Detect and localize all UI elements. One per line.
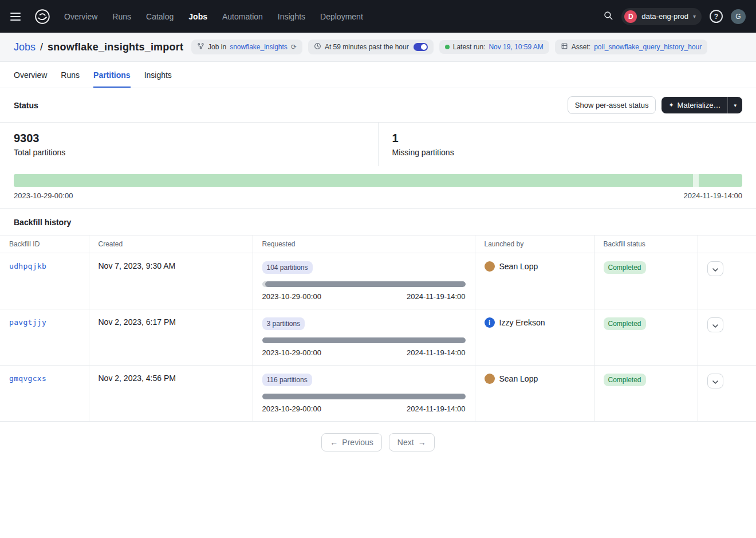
col-actions <box>698 235 756 253</box>
latest-run-link[interactable]: Nov 19, 10:59 AM <box>489 43 543 51</box>
partition-health: 2023-10-29-00:00 2024-11-19-14:00 <box>0 166 756 208</box>
nav-item-jobs[interactable]: Jobs <box>188 12 207 21</box>
status-badge: Completed <box>604 374 646 386</box>
user-avatar <box>485 261 495 272</box>
asset-tag: Asset: poll_snowflake_query_history_hour <box>555 40 707 54</box>
backfill-range-end: 2024-11-19-14:00 <box>407 405 465 413</box>
deployment-switcher[interactable]: D data-eng-prod ▾ <box>621 8 702 25</box>
search-button[interactable] <box>603 10 613 22</box>
job-location-tag: Job in snowflake_insights ⟳ <box>191 40 302 54</box>
backfill-range: 2023-10-29-00:00 2024-11-19-14:00 <box>262 292 466 301</box>
backfill-history-section: Backfill history Backfill ID Created Req… <box>0 208 756 451</box>
nav-item-deployment[interactable]: Deployment <box>320 12 363 21</box>
user-avatar: i <box>485 317 495 328</box>
header-tags: Job in snowflake_insights ⟳ At 59 minute… <box>191 40 707 54</box>
nav-item-insights[interactable]: Insights <box>278 12 305 21</box>
previous-label: Previous <box>342 438 373 447</box>
tab-overview[interactable]: Overview <box>14 62 47 88</box>
job-in-label: Job in <box>208 43 226 51</box>
tab-insights[interactable]: Insights <box>144 62 172 88</box>
backfill-range-end: 2024-11-19-14:00 <box>407 348 465 357</box>
col-launched-by: Launched by <box>475 235 594 253</box>
launched-by-cell: i Izzy Erekson <box>485 317 585 328</box>
materialize-label: Materialize… <box>678 101 721 109</box>
created-timestamp: Nov 2, 2023, 4:56 PM <box>99 374 176 383</box>
page-title: snowflake_insights_import <box>48 41 183 53</box>
table-row: udhpqjkb Nov 7, 2023, 9:30 AM 104 partit… <box>0 253 756 309</box>
pagination: ← Previous Next → <box>0 433 756 451</box>
deployment-name: data-eng-prod <box>641 12 688 21</box>
nav-item-catalog[interactable]: Catalog <box>146 12 174 21</box>
missing-partition-slice <box>693 174 699 187</box>
materialize-split-button: ✦ Materialize… ▾ <box>662 97 742 113</box>
launched-by-name: Izzy Erekson <box>499 318 545 327</box>
arrow-left-icon: ← <box>330 438 338 447</box>
missing-partitions-label: Missing partitions <box>392 148 743 157</box>
breadcrumb-jobs-link[interactable]: Jobs <box>14 41 36 53</box>
range-start-label: 2023-10-29-00:00 <box>14 191 73 200</box>
created-timestamp: Nov 2, 2023, 6:17 PM <box>99 317 176 327</box>
arrow-right-icon: → <box>418 438 426 447</box>
hamburger-menu-button[interactable] <box>10 9 25 24</box>
schedule-label: At 59 minutes past the hour <box>325 43 409 51</box>
reload-icon[interactable]: ⟳ <box>291 43 297 51</box>
user-avatar <box>485 374 495 384</box>
show-per-asset-status-button[interactable]: Show per-asset status <box>568 96 656 114</box>
col-created: Created <box>89 235 253 253</box>
status-badge: Completed <box>604 317 646 330</box>
backfill-progress-bar <box>262 281 466 287</box>
nav-item-runs[interactable]: Runs <box>112 12 131 21</box>
chevron-down-icon: ▾ <box>693 13 696 19</box>
backfill-range-end: 2024-11-19-14:00 <box>407 292 465 301</box>
previous-page-button[interactable]: ← Previous <box>321 433 381 451</box>
launched-by-name: Sean Lopp <box>499 262 538 271</box>
schedule-toggle[interactable] <box>414 43 428 51</box>
materialize-button[interactable]: ✦ Materialize… <box>662 97 727 113</box>
asset-label: Asset: <box>572 43 590 51</box>
user-avatar[interactable]: G <box>731 9 746 24</box>
requested-partitions-badge: 3 partitions <box>262 317 305 330</box>
asset-link[interactable]: poll_snowflake_query_history_hour <box>594 43 702 51</box>
chevron-down-icon <box>712 265 718 273</box>
backfill-progress-bar <box>262 337 466 343</box>
materialize-options-button[interactable]: ▾ <box>727 97 742 113</box>
backfill-id-link[interactable]: udhpqjkb <box>9 262 46 270</box>
col-backfill-status: Backfill status <box>594 235 698 253</box>
backfill-id-link[interactable]: gmqvgcxs <box>9 374 46 383</box>
backfill-id-link[interactable]: pavgtjjy <box>9 318 46 327</box>
requested-partitions-badge: 116 partitions <box>262 374 312 386</box>
launched-by-cell: Sean Lopp <box>485 261 585 272</box>
status-section-header: Status Show per-asset status ✦ Materiali… <box>0 88 756 123</box>
help-button[interactable]: ? <box>710 10 723 23</box>
tab-partitions[interactable]: Partitions <box>93 62 131 88</box>
partition-health-bar[interactable] <box>14 174 742 187</box>
status-title: Status <box>14 101 38 110</box>
backfill-range-start: 2023-10-29-00:00 <box>262 348 321 357</box>
top-navigation: Overview Runs Catalog Jobs Automation In… <box>0 0 756 33</box>
chevron-down-icon <box>712 321 718 329</box>
backfill-progress-fill <box>265 281 466 287</box>
requested-partitions-badge: 104 partitions <box>262 261 313 274</box>
launched-by-name: Sean Lopp <box>499 374 538 383</box>
partition-range-labels: 2023-10-29-00:00 2024-11-19-14:00 <box>14 191 742 200</box>
backfill-range: 2023-10-29-00:00 2024-11-19-14:00 <box>262 348 466 357</box>
status-actions: Show per-asset status ✦ Materialize… ▾ <box>568 96 742 114</box>
dagster-logo-icon <box>33 7 52 26</box>
nav-item-automation[interactable]: Automation <box>222 12 263 21</box>
schedule-tag: At 59 minutes past the hour <box>308 40 434 54</box>
partition-stats: 9303 Total partitions 1 Missing partitio… <box>0 123 756 166</box>
code-location-link[interactable]: snowflake_insights <box>230 43 288 51</box>
nav-item-overview[interactable]: Overview <box>64 12 97 21</box>
missing-partitions-stat: 1 Missing partitions <box>379 123 756 166</box>
row-actions-button[interactable] <box>707 317 723 332</box>
next-page-button[interactable]: Next → <box>389 433 435 451</box>
next-label: Next <box>397 438 414 447</box>
table-row: gmqvgcxs Nov 2, 2023, 4:56 PM 116 partit… <box>0 366 756 422</box>
breadcrumb: Jobs / snowflake_insights_import <box>14 41 183 53</box>
tab-runs[interactable]: Runs <box>61 62 80 88</box>
table-header-row: Backfill ID Created Requested Launched b… <box>0 235 756 253</box>
row-actions-button[interactable] <box>707 261 723 276</box>
row-actions-button[interactable] <box>707 374 723 388</box>
backfill-table: Backfill ID Created Requested Launched b… <box>0 235 756 422</box>
missing-partitions-value: 1 <box>392 132 743 145</box>
